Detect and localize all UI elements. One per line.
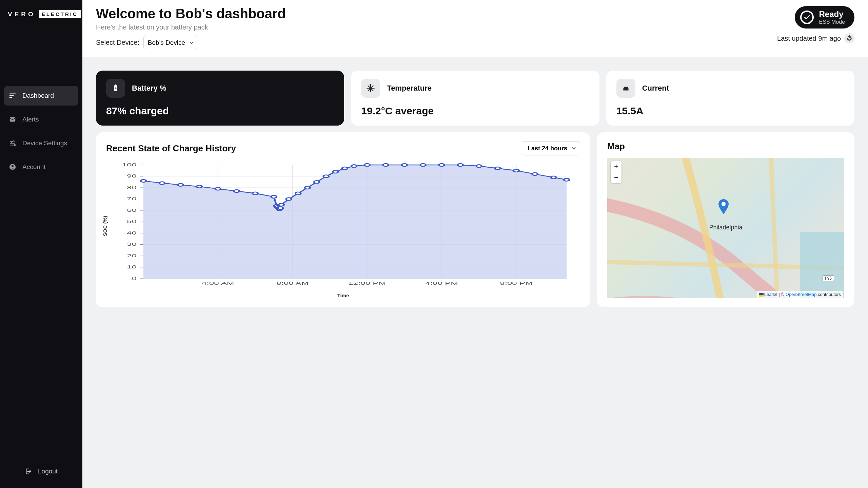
refresh-button[interactable] [844,33,854,43]
svg-point-53 [141,180,146,182]
svg-text:90: 90 [127,173,137,179]
sort-icon [9,92,16,99]
svg-text:100: 100 [122,162,137,167]
chart-panel: Recent State of Charge History Last 24 h… [96,132,590,307]
leaflet-link[interactable]: Leaflet [764,292,777,297]
status-subtitle: ESS Mode [819,19,845,25]
card-value: 87% charged [106,105,334,117]
svg-point-66 [279,203,284,206]
svg-point-59 [253,192,258,195]
svg-text:80: 80 [127,185,137,190]
card-title: Temperature [387,84,432,93]
svg-rect-7 [115,85,116,86]
sidebar-item-label: Alerts [22,116,39,123]
content: Battery % 87% charged Temperature 19.2°C… [82,57,868,488]
device-label: Select Device: [96,39,139,46]
logout-label: Logout [38,468,58,475]
svg-text:12:00 PM: 12:00 PM [348,281,386,286]
svg-point-85 [551,176,556,179]
svg-text:20: 20 [127,253,137,258]
svg-point-70 [314,181,319,183]
map-attribution: Leaflet | © OpenStreetMap contributors [757,291,843,298]
map-panel: Map + − [597,132,854,307]
svg-point-78 [420,164,426,166]
svg-point-82 [495,167,500,170]
svg-rect-87 [800,232,844,298]
svg-point-74 [351,165,357,167]
status-title: Ready [819,10,845,19]
map-highway-badge: I 95 [823,275,834,281]
svg-text:30: 30 [127,242,137,247]
svg-text:4:00 PM: 4:00 PM [425,281,458,286]
sidebar-item-dashboard[interactable]: Dashboard [4,86,78,106]
svg-point-55 [178,184,183,186]
ukraine-flag-icon [759,293,764,297]
map-marker-icon[interactable] [718,199,729,214]
svg-point-5 [12,165,14,167]
svg-point-80 [458,164,463,166]
svg-point-57 [215,187,221,190]
ev-car-icon [616,79,635,98]
svg-text:50: 50 [127,219,137,224]
card-value: 15.5A [616,105,844,117]
tune-icon [9,139,16,147]
svg-point-79 [439,164,445,166]
svg-point-83 [514,169,519,172]
logo-text: VERO [8,11,36,18]
sidebar-item-label: Device Settings [22,139,67,147]
svg-point-60 [271,195,277,198]
battery-icon [106,79,125,98]
svg-point-67 [286,198,292,201]
zoom-out-button[interactable]: − [611,172,622,183]
topbar: Welcome to Bob's dashboard Here's the la… [82,0,868,57]
sidebar-item-account[interactable]: Account [4,157,78,177]
page-title: Welcome to Bob's dashboard [96,6,286,21]
ac-unit-icon [361,79,380,98]
svg-point-76 [383,164,389,166]
svg-point-73 [342,167,348,170]
sidebar-item-device-settings[interactable]: Device Settings [4,133,78,153]
svg-point-84 [532,173,538,175]
card-temperature[interactable]: Temperature 19.2°C average [351,71,599,126]
svg-point-72 [333,170,338,173]
svg-text:4:00 AM: 4:00 AM [202,281,234,286]
svg-text:8:00 PM: 8:00 PM [500,281,533,286]
sidebar-item-label: Dashboard [22,92,54,99]
card-title: Battery % [132,84,166,93]
check-circle-icon [800,11,814,24]
svg-point-77 [402,164,407,166]
device-select[interactable]: Bob's Device [143,36,197,49]
svg-rect-0 [10,117,16,122]
svg-point-86 [564,179,569,181]
card-title: Current [642,84,669,93]
svg-point-2 [11,143,12,144]
svg-text:10: 10 [127,264,137,269]
svg-text:60: 60 [127,208,137,213]
osm-link[interactable]: OpenStreetMap [786,292,817,297]
sidebar-nav: Dashboard Alerts Device Settings Account [4,86,78,177]
card-current[interactable]: Current 15.5A [606,71,854,126]
status-pill: Ready ESS Mode [795,6,854,29]
svg-point-65 [278,207,283,209]
logo-badge: ELECTRIC [39,10,81,18]
map-title: Map [607,141,625,152]
svg-point-81 [476,165,482,167]
svg-text:0: 0 [132,276,136,281]
svg-point-58 [234,190,239,192]
svg-point-69 [305,186,310,189]
sidebar-item-alerts[interactable]: Alerts [4,110,78,129]
card-battery[interactable]: Battery % 87% charged [96,71,344,126]
svg-point-75 [364,164,370,166]
map-viewport[interactable]: + − Philadelphia I 95 Leaflet | © OpenSt… [607,158,844,298]
svg-point-3 [14,145,16,146]
chart-ylabel: SOC (%) [102,216,108,236]
card-value: 19.2°C average [361,105,589,117]
svg-point-1 [13,141,14,142]
zoom-in-button[interactable]: + [611,161,622,172]
mail-icon [9,116,16,123]
chart-xlabel: Time [106,293,580,298]
logout-button[interactable]: Logout [4,462,78,481]
range-select[interactable]: Last 24 hours [522,141,580,155]
sidebar: VERO ELECTRIC Dashboard Alerts Device Se… [0,0,82,488]
soc-chart: 01020304050607080901004:00 AM8:00 AM12:0… [106,162,580,290]
